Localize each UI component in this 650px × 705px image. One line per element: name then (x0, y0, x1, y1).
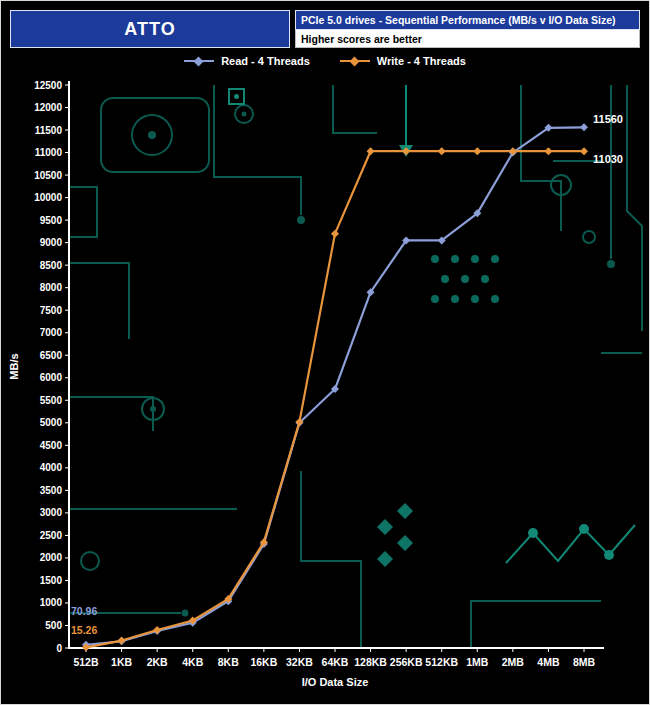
y-tick-label: 5500 (40, 395, 63, 406)
write-end-value-label: 11030 (593, 153, 623, 165)
x-tick-label: 8KB (218, 656, 239, 668)
read-data-point-marker (580, 123, 588, 131)
x-tick-label: 2MB (502, 656, 525, 668)
read-start-value-label: 70.96 (71, 605, 97, 617)
y-tick-label: 6500 (40, 350, 63, 361)
legend-item-write: Write - 4 Threads (340, 55, 466, 67)
pad-dot-grid (431, 255, 499, 303)
y-tick-label: 2500 (40, 530, 63, 541)
y-tick-label: 7500 (40, 305, 63, 316)
x-tick-label: 4KB (182, 656, 203, 668)
title-box: PCIe 5.0 drives - Sequential Performance… (295, 10, 640, 48)
x-tick-label: 64KB (322, 656, 349, 668)
chart-subtitle: Higher scores are better (295, 30, 640, 48)
write-data-point-marker (331, 230, 339, 238)
read-end-value-label: 11560 (593, 113, 623, 125)
legend-diamond-marker (349, 56, 359, 66)
benchmark-chart-window: ATTO PCIe 5.0 drives - Sequential Perfor… (0, 0, 650, 705)
x-tick-label: 512KB (425, 656, 458, 668)
y-tick-label: 1500 (40, 575, 63, 586)
y-tick-label: 10500 (34, 170, 62, 181)
y-tick-label: 10000 (34, 192, 62, 203)
y-tick-label: 6000 (40, 372, 63, 383)
y-tick-label: 8500 (40, 260, 63, 271)
y-tick-label: 500 (45, 620, 62, 631)
write-series-line (86, 151, 584, 647)
y-tick-label: 9500 (40, 215, 63, 226)
y-tick-label: 2000 (40, 552, 63, 563)
legend-line-swatch (184, 60, 214, 62)
legend-label: Read - 4 Threads (221, 55, 310, 67)
y-axis-title: MB/s (8, 353, 20, 379)
legend-diamond-marker (194, 56, 204, 66)
y-tick-label: 11500 (35, 125, 63, 136)
write-data-point-marker (509, 147, 517, 155)
x-tick-label: 1MB (466, 656, 489, 668)
write-data-point-marker (118, 637, 126, 645)
diamond-cluster-decor (377, 503, 413, 567)
y-tick-label: 1000 (40, 597, 63, 608)
legend: Read - 4 ThreadsWrite - 4 Threads (1, 53, 649, 69)
header: ATTO PCIe 5.0 drives - Sequential Perfor… (10, 10, 640, 48)
chart-title: PCIe 5.0 drives - Sequential Performance… (295, 10, 640, 30)
y-tick-label: 0 (56, 643, 62, 654)
legend-item-read: Read - 4 Threads (184, 55, 310, 67)
y-tick-label: 12000 (34, 102, 62, 113)
write-data-point-marker (544, 147, 552, 155)
y-tick-label: 9000 (40, 237, 63, 248)
write-data-point-marker (367, 147, 375, 155)
circuit-board-decor (69, 85, 642, 648)
y-tick-label: 8000 (40, 282, 63, 293)
y-tick-label: 7000 (40, 327, 63, 338)
axes-layer: 0500100015002000250030003500400045005000… (34, 80, 604, 669)
atto-logo-box: ATTO (10, 10, 290, 48)
x-tick-label: 4MB (537, 656, 560, 668)
x-tick-label: 256KB (390, 656, 423, 668)
app-title: ATTO (124, 19, 175, 40)
y-tick-label: 3500 (40, 485, 63, 496)
series-layer (82, 123, 588, 651)
legend-line-swatch (340, 60, 370, 62)
y-tick-label: 11000 (35, 147, 63, 158)
x-tick-label: 2KB (147, 656, 168, 668)
write-data-point-marker (580, 147, 588, 155)
x-tick-label: 1KB (111, 656, 132, 668)
y-tick-label: 5000 (40, 417, 63, 428)
y-tick-label: 3000 (40, 507, 63, 518)
write-data-point-marker (473, 147, 481, 155)
legend-label: Write - 4 Threads (377, 55, 466, 67)
x-axis-title: I/O Data Size (302, 676, 369, 688)
zigzag-trace-decor (506, 524, 635, 563)
x-tick-label: 32KB (286, 656, 313, 668)
write-data-point-marker (438, 147, 446, 155)
y-tick-label: 4500 (40, 440, 63, 451)
line-chart: 0500100015002000250030003500400045005000… (1, 1, 650, 705)
y-tick-label: 12500 (34, 80, 62, 91)
x-tick-label: 8MB (573, 656, 596, 668)
x-tick-label: 128KB (354, 656, 387, 668)
x-tick-label: 16KB (250, 656, 277, 668)
y-tick-label: 4000 (40, 462, 63, 473)
down-arrow-decor (399, 85, 413, 157)
x-tick-label: 512B (73, 656, 99, 668)
write-start-value-label: 15.26 (71, 624, 97, 636)
